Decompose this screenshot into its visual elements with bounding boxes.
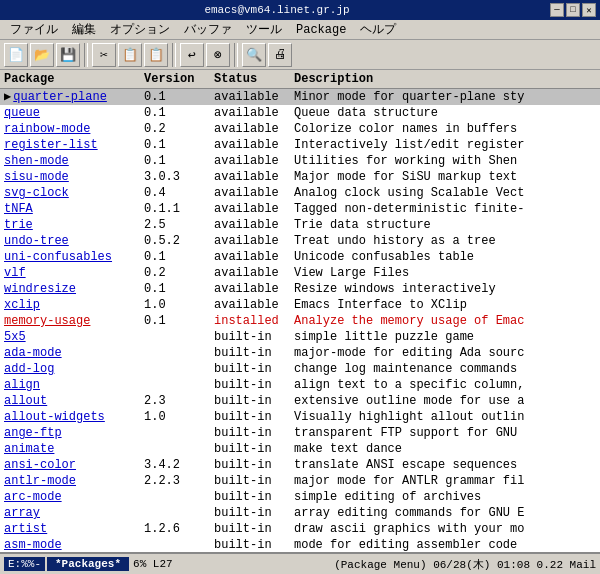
row-status: available (214, 153, 294, 169)
package-link[interactable]: tNFA (4, 202, 33, 216)
package-link[interactable]: ansi-color (4, 458, 76, 472)
package-link[interactable]: vlf (4, 266, 26, 280)
open-file-button[interactable]: 📂 (30, 43, 54, 67)
close-button[interactable]: ✕ (582, 3, 596, 17)
row-status: available (214, 249, 294, 265)
package-link[interactable]: trie (4, 218, 33, 232)
table-row[interactable]: rainbow-mode 0.2 available Colorize colo… (0, 121, 600, 137)
package-link[interactable]: rainbow-mode (4, 122, 90, 136)
package-link[interactable]: shen-mode (4, 154, 69, 168)
package-link[interactable]: allout (4, 394, 47, 408)
table-row[interactable]: allout-widgets 1.0 built-in Visually hig… (0, 409, 600, 425)
table-row[interactable]: vlf 0.2 available View Large Files (0, 265, 600, 281)
menu-options[interactable]: オプション (104, 20, 176, 39)
table-row[interactable]: add-log built-in change log maintenance … (0, 361, 600, 377)
menu-file[interactable]: ファイル (4, 20, 64, 39)
row-package: 5x5 (4, 329, 144, 345)
row-description: View Large Files (294, 265, 524, 281)
row-description: Tagged non-deterministic finite-sta→ (294, 201, 524, 217)
package-link[interactable]: ange-ftp (4, 426, 62, 440)
row-version: 0.1 (144, 137, 214, 153)
table-row[interactable]: animate built-in make text dance (0, 441, 600, 457)
table-row[interactable]: antlr-mode 2.2.3 built-in major mode for… (0, 473, 600, 489)
table-row[interactable]: asm-mode built-in mode for editing assem… (0, 537, 600, 552)
row-status: built-in (214, 473, 294, 489)
package-link[interactable]: svg-clock (4, 186, 69, 200)
table-row[interactable]: ada-mode built-in major-mode for editing… (0, 345, 600, 361)
table-row[interactable]: sisu-mode 3.0.3 available Major mode for… (0, 169, 600, 185)
package-link[interactable]: xclip (4, 298, 40, 312)
package-link[interactable]: align (4, 378, 40, 392)
window-controls: ─ □ ✕ (550, 3, 596, 17)
table-row[interactable]: undo-tree 0.5.2 available Treat undo his… (0, 233, 600, 249)
minimize-button[interactable]: ─ (550, 3, 564, 17)
table-row[interactable]: ▶quarter-plane 0.1 available Minor mode … (0, 89, 600, 105)
row-status: built-in (214, 329, 294, 345)
save-button[interactable]: 💾 (56, 43, 80, 67)
package-link[interactable]: animate (4, 442, 54, 456)
row-description: align text to a specific column, by→ (294, 377, 524, 393)
table-row[interactable]: memory-usage 0.1 installed Analyze the m… (0, 313, 600, 329)
package-link[interactable]: sisu-mode (4, 170, 69, 184)
menu-tools[interactable]: ツール (240, 20, 288, 39)
stop-button[interactable]: ⊗ (206, 43, 230, 67)
table-row[interactable]: xclip 1.0 available Emacs Interface to X… (0, 297, 600, 313)
package-link[interactable]: uni-confusables (4, 250, 112, 264)
package-link[interactable]: artist (4, 522, 47, 536)
table-row[interactable]: allout 2.3 built-in extensive outline mo… (0, 393, 600, 409)
row-package: shen-mode (4, 153, 144, 169)
table-row[interactable]: shen-mode 0.1 available Utilities for wo… (0, 153, 600, 169)
paste-button[interactable]: 📋 (144, 43, 168, 67)
package-link[interactable]: queue (4, 106, 40, 120)
package-link[interactable]: windresize (4, 282, 76, 296)
menu-help[interactable]: ヘルプ (354, 20, 402, 39)
row-version: 0.1 (144, 281, 214, 297)
row-package: windresize (4, 281, 144, 297)
copy-button[interactable]: 📋 (118, 43, 142, 67)
package-link[interactable]: array (4, 506, 40, 520)
menu-buffer[interactable]: バッファ (178, 20, 238, 39)
table-row[interactable]: trie 2.5 available Trie data structure (0, 217, 600, 233)
new-file-button[interactable]: 📄 (4, 43, 28, 67)
table-row[interactable]: 5x5 built-in simple little puzzle game (0, 329, 600, 345)
row-package: rainbow-mode (4, 121, 144, 137)
row-status: installed (214, 313, 294, 329)
package-link[interactable]: antlr-mode (4, 474, 76, 488)
package-link[interactable]: undo-tree (4, 234, 69, 248)
table-row[interactable]: artist 1.2.6 built-in draw ascii graphic… (0, 521, 600, 537)
row-description: Interactively list/edit registers (294, 137, 524, 153)
table-row[interactable]: uni-confusables 0.1 available Unicode co… (0, 249, 600, 265)
table-row[interactable]: windresize 0.1 available Resize windows … (0, 281, 600, 297)
search-button[interactable]: 🔍 (242, 43, 266, 67)
table-row[interactable]: arc-mode built-in simple editing of arch… (0, 489, 600, 505)
cut-button[interactable]: ✂ (92, 43, 116, 67)
table-row[interactable]: array built-in array editing commands fo… (0, 505, 600, 521)
table-row[interactable]: ansi-color 3.4.2 built-in translate ANSI… (0, 457, 600, 473)
print-button[interactable]: 🖨 (268, 43, 292, 67)
package-link[interactable]: register-list (4, 138, 98, 152)
row-status: available (214, 297, 294, 313)
row-package: artist (4, 521, 144, 537)
table-row[interactable]: tNFA 0.1.1 available Tagged non-determin… (0, 201, 600, 217)
package-link[interactable]: 5x5 (4, 330, 26, 344)
package-link[interactable]: asm-mode (4, 538, 62, 552)
maximize-button[interactable]: □ (566, 3, 580, 17)
package-link[interactable]: ada-mode (4, 346, 62, 360)
table-row[interactable]: register-list 0.1 available Interactivel… (0, 137, 600, 153)
table-row[interactable]: queue 0.1 available Queue data structure (0, 105, 600, 121)
undo-button[interactable]: ↩ (180, 43, 204, 67)
package-link[interactable]: arc-mode (4, 490, 62, 504)
row-description: Emacs Interface to XClip (294, 297, 524, 313)
table-body[interactable]: ▶quarter-plane 0.1 available Minor mode … (0, 89, 600, 552)
row-description: major-mode for editing Ada sources (294, 345, 524, 361)
package-link[interactable]: add-log (4, 362, 54, 376)
menu-package[interactable]: Package (290, 22, 352, 38)
menu-edit[interactable]: 編集 (66, 20, 102, 39)
toolbar-separator-3 (234, 43, 238, 67)
package-link[interactable]: quarter-plane (13, 89, 107, 105)
table-row[interactable]: ange-ftp built-in transparent FTP suppor… (0, 425, 600, 441)
table-row[interactable]: align built-in align text to a specific … (0, 377, 600, 393)
package-link[interactable]: memory-usage (4, 314, 90, 328)
package-link[interactable]: allout-widgets (4, 410, 105, 424)
table-row[interactable]: svg-clock 0.4 available Analog clock usi… (0, 185, 600, 201)
